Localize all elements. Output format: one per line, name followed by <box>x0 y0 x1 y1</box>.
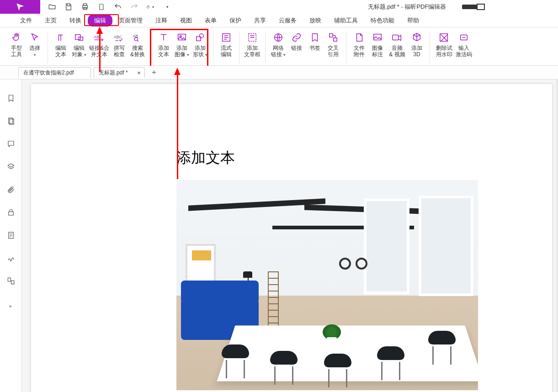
merge-text-button[interactable]: AB 链接&合 并文本 <box>88 31 110 58</box>
document-tab-bar: 在遵守饮食指南2.pdf 无标题.pdf * × ＋ <box>0 66 558 79</box>
remove-watermark-button[interactable]: 删除试 用水印 <box>434 31 455 58</box>
audio-video-button[interactable]: 音频 & 视频 <box>387 31 408 58</box>
document-tab-1[interactable]: 在遵守饮食指南2.pdf <box>18 67 91 78</box>
file-attach-icon <box>353 32 366 43</box>
search-replace-icon: AB <box>131 32 144 43</box>
comments-panel-icon[interactable] <box>6 139 16 149</box>
image-annotation-button[interactable]: 图像 标注 <box>368 31 387 58</box>
print-icon[interactable] <box>80 2 90 11</box>
save-icon[interactable] <box>64 2 73 11</box>
title-bar: ▾ ▾ 无标题.pdf * - 福昕PDF编辑器 <box>0 0 558 14</box>
document-tab-label: 无标题.pdf * <box>99 69 128 77</box>
svg-rect-26 <box>8 278 11 281</box>
app-logo <box>0 0 40 14</box>
svg-rect-27 <box>11 281 14 284</box>
merge-text-icon: AB <box>93 32 106 43</box>
menu-annotate[interactable]: 注释 <box>149 15 174 26</box>
menu-special[interactable]: 特色功能 <box>364 15 401 26</box>
undo-icon[interactable] <box>113 2 122 11</box>
attachments-panel-icon[interactable] <box>6 185 16 195</box>
enter-activation-button[interactable]: 输入 激活码 <box>455 31 473 58</box>
image-annot-icon <box>371 32 384 43</box>
menu-file[interactable]: 文件 <box>14 15 38 26</box>
vertical-scrollbar[interactable] <box>556 79 558 392</box>
menu-tools[interactable]: 辅助工具 <box>328 15 364 26</box>
menu-convert[interactable]: 转换 <box>63 15 88 26</box>
page-icon[interactable] <box>97 2 106 11</box>
cube-3d-icon <box>410 32 423 43</box>
signature-panel-icon[interactable] <box>6 253 16 263</box>
touch-icon[interactable]: ▾ <box>146 2 155 11</box>
compare-panel-icon[interactable] <box>6 276 16 286</box>
add-tab-button[interactable]: ＋ <box>149 68 159 77</box>
cross-ref-button[interactable]: 交叉 引用 <box>324 31 342 58</box>
ribbon-toolbar: 手型 工具 选择▾ 编辑 文本 编辑 对象 ▾ AB 链接&合 并文本 ABC … <box>0 27 558 66</box>
open-icon[interactable] <box>48 2 57 11</box>
reflow-icon <box>220 32 233 43</box>
cursor-icon <box>28 32 41 43</box>
file-attachment-button[interactable]: 文件 附件 <box>350 31 368 58</box>
svg-rect-16 <box>329 34 333 37</box>
form-panel-icon[interactable] <box>6 230 16 240</box>
layers-panel-icon[interactable] <box>6 162 16 172</box>
menu-help[interactable]: 帮助 <box>401 15 425 26</box>
pdf-page[interactable]: 添加文本 <box>31 84 552 392</box>
svg-rect-18 <box>374 34 382 40</box>
add-image-icon <box>175 32 188 43</box>
watermark-remove-icon <box>438 32 451 43</box>
quick-access-toolbar: ▾ ▾ <box>40 2 172 11</box>
article-box-icon <box>246 32 259 43</box>
menu-protect[interactable]: 保护 <box>223 15 248 26</box>
pages-panel-icon[interactable] <box>6 116 16 126</box>
document-tab-2[interactable]: 无标题.pdf * × <box>94 67 145 78</box>
expand-panel-icon[interactable]: ▸ <box>6 301 16 311</box>
cross-ref-icon <box>327 32 340 43</box>
reflow-edit-button[interactable]: 流式 编辑 <box>217 31 235 58</box>
svg-rect-24 <box>8 212 13 216</box>
web-link-button[interactable]: 网络 链接 ▾ <box>269 31 287 58</box>
key-icon <box>457 32 470 43</box>
redo-icon[interactable] <box>130 2 139 11</box>
qa-more-icon[interactable]: ▾ <box>163 2 172 11</box>
add-article-box-button[interactable]: 添加 文章框 <box>243 31 261 58</box>
document-canvas[interactable]: 添加文本 <box>22 79 558 392</box>
edit-object-button[interactable]: 编辑 对象 ▾ <box>70 31 88 58</box>
close-tab-icon[interactable]: × <box>137 69 141 76</box>
bookmark-panel-icon[interactable] <box>6 93 16 103</box>
add-text-icon <box>157 32 170 43</box>
spellcheck-button[interactable]: ABC 拼写 检查 <box>110 31 128 58</box>
svg-rect-2 <box>83 8 87 10</box>
add-shape-button[interactable]: 添加 形状 ▾ <box>191 31 209 58</box>
svg-point-12 <box>199 34 203 38</box>
menu-share[interactable]: 共享 <box>248 15 272 26</box>
document-tab-label: 在遵守饮食指南2.pdf <box>23 69 74 77</box>
hand-tool-button[interactable]: 手型 工具 <box>7 31 26 58</box>
title-decoration <box>462 0 485 14</box>
page-image[interactable] <box>176 180 478 390</box>
hand-icon <box>10 32 23 43</box>
select-tool-button[interactable]: 选择▾ <box>26 31 44 58</box>
menu-show[interactable]: 放映 <box>303 15 328 26</box>
menu-page[interactable]: 页面管理 <box>112 15 149 26</box>
search-replace-button[interactable]: AB 搜索 &替换 <box>128 31 147 58</box>
office-room-illustration <box>176 180 478 390</box>
menu-edit[interactable]: 编辑 <box>88 15 112 26</box>
menu-view[interactable]: 视图 <box>174 15 198 26</box>
svg-text:ABC: ABC <box>114 35 122 39</box>
bookmark-button[interactable]: 书签 <box>306 31 324 52</box>
link-icon <box>290 32 303 43</box>
menu-cloud[interactable]: 云服务 <box>272 15 303 26</box>
menu-home[interactable]: 主页 <box>38 15 63 26</box>
security-panel-icon[interactable] <box>6 207 16 217</box>
add-3d-button[interactable]: 添加 3D <box>408 31 426 58</box>
edit-object-icon <box>73 32 85 43</box>
page-heading-text[interactable]: 添加文本 <box>176 148 235 168</box>
add-text-button[interactable]: 添加 文本 <box>154 31 173 58</box>
menu-bar: 文件 主页 转换 编辑 页面管理 注释 视图 表单 保护 共享 云服务 放映 辅… <box>0 14 558 27</box>
link-button[interactable]: 链接 <box>287 31 306 52</box>
svg-rect-1 <box>83 4 87 5</box>
edit-text-icon <box>54 32 67 43</box>
edit-text-button[interactable]: 编辑 文本 <box>52 31 70 58</box>
menu-form[interactable]: 表单 <box>198 15 223 26</box>
add-image-button[interactable]: 添加 图像 ▾ <box>173 31 191 58</box>
